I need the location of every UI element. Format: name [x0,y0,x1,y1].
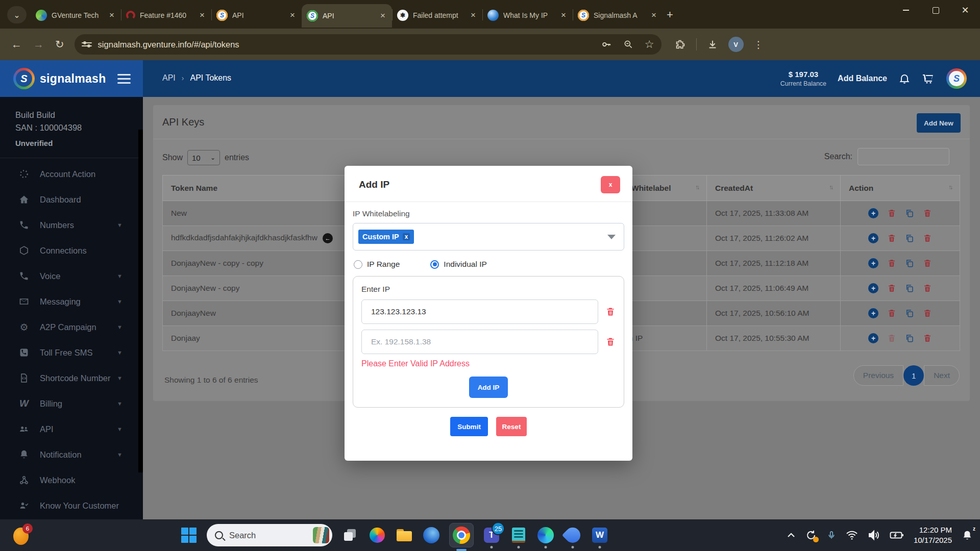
add-ip-action-icon[interactable]: + [868,233,878,243]
delete-icon[interactable] [923,209,932,218]
speaker-icon[interactable] [868,530,880,541]
bookmark-star-icon[interactable]: ☆ [645,38,654,51]
sidebar-item-billing[interactable]: W Billing ▼ [0,391,143,416]
selected-option-chip[interactable]: Custom IP x [358,230,414,244]
tab-signalmash-ai[interactable]: Signalmash A × [573,5,663,26]
delete-icon[interactable] [923,309,932,318]
tab-feature[interactable]: Feature #1460 × [121,5,211,26]
page-size-select[interactable]: 10 ⌄ [187,150,220,165]
tab-api-active[interactable]: API × [302,4,392,28]
tab-close-icon[interactable]: × [559,10,568,20]
window-minimize-button[interactable] [891,0,921,20]
delete-icon[interactable] [887,259,896,268]
browser-profile-avatar[interactable]: V [728,37,744,52]
zoom-out-icon[interactable] [623,39,633,49]
tab-close-icon[interactable]: × [198,10,206,20]
remove-ip-row-icon[interactable] [605,337,616,347]
sidebar-item-toll-free-sms[interactable]: Toll Free SMS ▼ [0,340,143,365]
sidebar-item-voice[interactable]: Voice ▼ [0,263,143,289]
delete-icon[interactable] [923,284,932,293]
battery-icon[interactable] [890,531,904,540]
sidebar-item-webhook[interactable]: Webhook [0,467,143,493]
wifi-icon[interactable] [846,530,858,540]
teams-button[interactable]: T 25 [482,526,501,544]
modal-close-button[interactable]: x [601,176,620,193]
sort-icon[interactable]: ↑↓ [695,184,698,191]
delete-icon[interactable] [887,234,896,243]
delete-icon[interactable] [887,209,896,218]
delete-icon[interactable] [923,234,932,243]
tab-close-icon[interactable]: × [288,10,297,20]
previous-page-button[interactable]: Previous [853,365,903,386]
browser-menu-kebab-icon[interactable]: ⋮ [754,39,764,51]
dolphin-app-button[interactable] [564,526,582,544]
submit-button[interactable]: Submit [450,417,488,436]
extensions-icon[interactable] [675,39,686,50]
copy-icon[interactable] [905,309,914,318]
reload-button[interactable]: ↻ [55,38,64,51]
file-explorer-button[interactable] [395,526,413,544]
signalmash-logo-icon[interactable] [13,68,35,89]
tray-chevron-up-icon[interactable] [787,533,795,538]
back-button[interactable]: ← [11,38,22,51]
tab-close-icon[interactable]: × [650,10,658,20]
sidebar-item-notification[interactable]: Notification ▼ [0,442,143,467]
password-key-icon[interactable] [601,39,612,50]
ip-input-2[interactable] [361,330,598,354]
copilot-button[interactable] [368,526,386,544]
copy-icon[interactable] [905,234,914,243]
tab-close-icon[interactable]: × [108,10,116,20]
microphone-icon[interactable] [827,529,836,541]
onedrive-sync-icon[interactable] [805,529,817,541]
column-header-createdat[interactable]: CreatedAt↑↓ [707,176,841,201]
delete-icon[interactable] [923,259,932,268]
tab-close-icon[interactable]: × [469,10,477,20]
thunderbird-button[interactable] [422,526,440,544]
sidebar-item-api[interactable]: API ▼ [0,416,143,442]
window-maximize-button[interactable] [921,0,950,20]
chip-remove-icon[interactable]: x [403,233,410,240]
search-input[interactable] [857,148,949,165]
copy-icon[interactable] [905,284,914,293]
brand-name[interactable]: signalmash [40,72,106,86]
token-reveal-icon[interactable]: ← [323,233,333,243]
copy-icon[interactable] [905,209,914,218]
sidebar-item-dashboard[interactable]: Dashboard [0,187,143,212]
sort-icon[interactable]: ↑↓ [948,184,951,191]
url-text[interactable]: signalmash.gventure.info/#/api/tokens [98,40,601,49]
sidebar-item-numbers[interactable]: Numbers ▼ [0,212,143,238]
site-info-icon[interactable] [82,42,92,46]
word-button[interactable]: W [591,526,609,544]
new-tab-button[interactable]: + [667,8,673,21]
add-ip-action-icon[interactable]: + [868,333,878,343]
reset-button[interactable]: Reset [496,417,527,436]
sort-icon[interactable]: ↑↓ [829,184,832,191]
remove-ip-row-icon[interactable] [605,307,616,317]
hamburger-menu-icon[interactable] [117,74,131,84]
forward-button[interactable]: → [33,38,44,51]
sidebar-item-a2p-campaign[interactable]: ⚙ A2P Campaign ▼ [0,314,143,340]
task-view-button[interactable] [341,526,359,544]
window-close-button[interactable]: ✕ [950,0,980,20]
add-ip-action-icon[interactable]: + [868,208,878,218]
add-balance-button[interactable]: Add Balance [838,74,887,83]
delete-icon[interactable] [923,334,932,343]
add-ip-action-icon[interactable]: + [868,258,878,268]
radio-ip-range[interactable]: IP Range [354,260,400,269]
add-ip-action-icon[interactable]: + [868,308,878,318]
sidebar-item-connections[interactable]: Connections [0,238,143,263]
sidebar-item-account-action[interactable]: Account Action [0,161,143,187]
ip-whitelabeling-select[interactable]: Custom IP x [353,223,624,251]
tab-whatismyip[interactable]: What Is My IP × [482,5,573,26]
tab-failed-attempt[interactable]: ✱ Failed attempt × [392,5,482,26]
radio-unselected-icon[interactable] [354,260,362,269]
notifications-bell-icon[interactable] [898,72,911,85]
search-highlight-image[interactable] [313,527,329,543]
next-page-button[interactable]: Next [924,365,960,386]
tab-gventure[interactable]: GVenture Tech × [31,5,121,26]
start-button[interactable] [180,526,198,544]
cart-icon[interactable] [922,72,935,85]
tab-api-1[interactable]: API × [211,5,302,26]
address-bar[interactable]: signalmash.gventure.info/#/api/tokens ☆ [75,34,662,55]
add-ip-button[interactable]: Add IP [469,377,508,398]
